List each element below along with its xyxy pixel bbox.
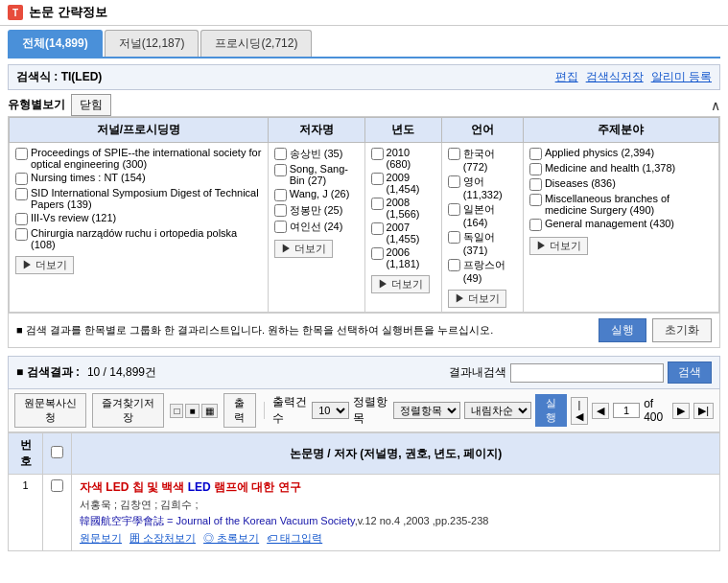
search-label: 검색식 : TI(LED) xyxy=(16,69,102,85)
output-label: 출력건수 xyxy=(272,394,308,427)
journal-more-btn[interactable]: ▶ 더보기 xyxy=(15,256,74,274)
edit-link[interactable]: 편집 xyxy=(555,69,578,85)
authors-col: 송상빈 (35) Song, Sang-Bin (27) Wang, J (26… xyxy=(268,143,364,313)
article-links: 원문보기 囲 소장처보기 ◎ 초록보기 🏷 태그입력 xyxy=(80,531,712,546)
year-check-0[interactable] xyxy=(371,148,384,160)
subject-label-1: Medicine and health (1,378) xyxy=(545,162,675,174)
journal-check-2[interactable] xyxy=(15,188,28,200)
select-all-check[interactable] xyxy=(51,446,63,458)
lang-item-2: 일본어 (164) xyxy=(448,202,517,228)
search-actions: 편집 검색식저장 알리미 등록 xyxy=(555,69,712,85)
year-more-btn[interactable]: ▶ 더보기 xyxy=(371,275,430,293)
author-check-4[interactable] xyxy=(274,221,287,233)
lang-label-1: 영어 (11,332) xyxy=(463,175,517,200)
col-header-author: 저자명 xyxy=(268,118,364,143)
action-btns: 실행 초기화 xyxy=(599,318,712,342)
inner-search-label: 결과내검색 xyxy=(449,364,506,381)
subject-check-1[interactable] xyxy=(529,163,542,175)
results-label: ■ 검색결과 : xyxy=(16,364,80,381)
lang-check-1[interactable] xyxy=(448,175,460,188)
col-header-year: 년도 xyxy=(364,118,441,143)
subject-more-btn[interactable]: ▶ 더보기 xyxy=(529,237,588,255)
journal-check-3[interactable] xyxy=(15,213,28,225)
journal-check-4[interactable] xyxy=(15,228,28,241)
year-label-0: 2010 (680) xyxy=(387,147,435,170)
tag-link[interactable]: 🏷 태그입력 xyxy=(267,531,322,546)
year-check-3[interactable] xyxy=(371,222,384,235)
first-page-btn[interactable]: |◀ xyxy=(571,397,588,425)
note-bar: ■ 검색 결과를 한목별로 그룹화 한 결과리스트입니다. 원하는 한목을 선택… xyxy=(8,314,720,348)
reset-btn[interactable]: 초기화 xyxy=(652,318,712,342)
subject-item-0: Applied physics (2,394) xyxy=(529,147,713,160)
save-link[interactable]: 검색식저장 xyxy=(586,69,644,85)
subject-check-3[interactable] xyxy=(529,194,542,206)
row-checkbox[interactable] xyxy=(51,479,63,492)
results-search-input[interactable] xyxy=(510,363,664,383)
page-input[interactable] xyxy=(613,403,640,418)
print-icon-0[interactable]: □ xyxy=(170,404,183,418)
lang-item-4: 프랑스어 (49) xyxy=(448,258,517,284)
journal-check-1[interactable] xyxy=(15,173,28,185)
subject-check-0[interactable] xyxy=(529,148,542,160)
next-page-btn[interactable]: ▶ xyxy=(672,403,690,419)
author-check-1[interactable] xyxy=(274,164,287,176)
prev-page-btn[interactable]: ◀ xyxy=(592,403,609,419)
lang-check-3[interactable] xyxy=(448,231,460,244)
author-label-3: 정봉만 (25) xyxy=(290,203,343,218)
print-icon-2[interactable]: ▦ xyxy=(201,404,218,418)
col-num: 번호 xyxy=(9,433,43,475)
abstract-link[interactable]: ◎ 초록보기 xyxy=(203,531,259,546)
bookmark-btn[interactable]: 즐겨찾기저장 xyxy=(92,393,164,428)
last-page-btn[interactable]: ▶| xyxy=(693,403,714,419)
subject-check-4[interactable] xyxy=(529,219,542,231)
collapse-arrow-icon[interactable]: ∧ xyxy=(711,98,720,113)
sort-select[interactable]: 정렬항목 xyxy=(393,402,460,419)
author-more-btn[interactable]: ▶ 더보기 xyxy=(274,240,333,258)
author-check-2[interactable] xyxy=(274,189,287,201)
lang-check-4[interactable] xyxy=(448,259,460,271)
year-check-4[interactable] xyxy=(371,247,384,260)
results-search-btn[interactable]: 검색 xyxy=(668,361,712,384)
journal-item-2: SID International Symposium Digest of Te… xyxy=(15,187,262,210)
lang-check-2[interactable] xyxy=(448,203,460,216)
print-btn[interactable]: 출력 xyxy=(223,393,256,428)
col-article: 논문명 / 저자 (저널명, 권호, 년도, 페이지) xyxy=(72,433,720,475)
subject-check-2[interactable] xyxy=(529,178,542,191)
col-check xyxy=(43,433,72,475)
lang-label-4: 프랑스어 (49) xyxy=(463,258,517,284)
author-item-0: 송상빈 (35) xyxy=(274,147,359,161)
sort-exec-btn[interactable]: 실행 xyxy=(535,394,567,427)
year-item-3: 2007 (1,455) xyxy=(371,222,435,245)
journal-item-4: Chirurgia narządów ruchu i ortopedia pol… xyxy=(15,227,262,250)
lang-more-btn[interactable]: ▶ 더보기 xyxy=(448,290,506,308)
lang-check-0[interactable] xyxy=(448,148,460,160)
year-check-2[interactable] xyxy=(371,198,384,210)
sort-label: 정렬항목 xyxy=(353,394,388,427)
tab-proceeding[interactable]: 프로시딩(2,712) xyxy=(200,30,312,57)
author-check-3[interactable] xyxy=(274,204,287,217)
results-section: ■ 검색결과 : 10 / 14,899건 결과내검색 검색 원문복사신청 즐겨… xyxy=(8,356,720,551)
exec-btn[interactable]: 실행 xyxy=(599,318,646,342)
article-authors: 서홍욱 ; 김창연 ; 김희수 ; xyxy=(80,498,712,512)
year-check-1[interactable] xyxy=(371,173,384,185)
results-search-box: 결과내검색 검색 xyxy=(449,361,712,384)
print-icon-1[interactable]: ■ xyxy=(185,404,199,418)
subject-label-3: Miscellaneous branches of medicine Surge… xyxy=(545,193,713,216)
subject-item-1: Medicine and health (1,378) xyxy=(529,162,713,175)
author-check-0[interactable] xyxy=(274,148,287,160)
alert-link[interactable]: 알리미 등록 xyxy=(651,69,712,85)
lang-item-0: 한국어 (772) xyxy=(448,147,517,173)
tab-all[interactable]: 전체(14,899) xyxy=(8,30,103,57)
output-count-select[interactable]: 102050 xyxy=(312,402,349,419)
tab-journal[interactable]: 저널(12,187) xyxy=(105,30,200,57)
table-row: 1 자색 LED 칩 및 백색 LED 램프에 대한 연구 서홍욱 ; 김창연 … xyxy=(9,475,720,551)
copy-btn[interactable]: 원문복사신청 xyxy=(14,393,86,428)
journals-col: Proceedings of SPIE--the international s… xyxy=(10,143,269,313)
fulltext-link[interactable]: 원문보기 xyxy=(80,531,122,546)
article-title[interactable]: 자색 LED 칩 및 백색 LED 램프에 대한 연구 xyxy=(80,479,712,496)
filter-toggle-btn[interactable]: 닫힘 xyxy=(71,94,111,116)
holdings-link[interactable]: 囲 소장처보기 xyxy=(129,531,196,546)
journal-check-0[interactable] xyxy=(15,148,28,160)
order-select[interactable]: 내림차순오름차순 xyxy=(464,402,531,419)
col-header-journal: 저널/프로시딩명 xyxy=(10,118,269,143)
